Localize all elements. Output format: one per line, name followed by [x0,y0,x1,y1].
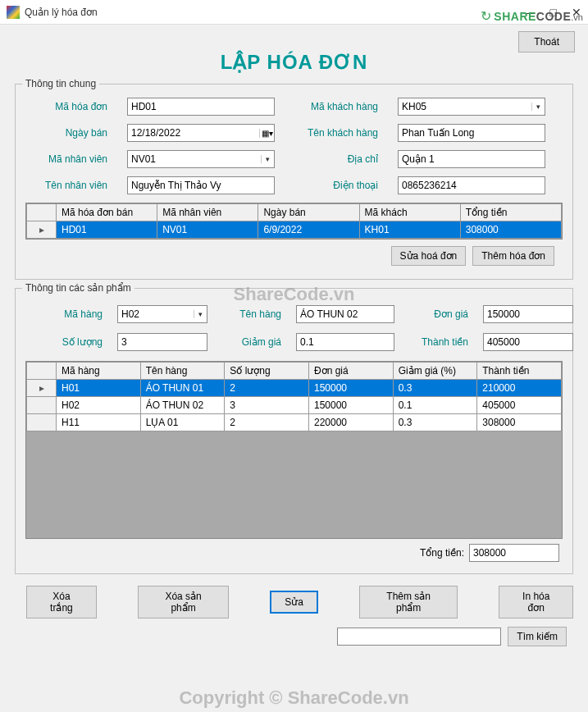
general-legend: Thông tin chung [22,78,99,89]
table-cell[interactable]: KH01 [359,221,460,239]
column-header[interactable]: Tổng tiền [460,204,561,221]
table-cell[interactable]: 308000 [477,414,562,431]
column-header[interactable]: Mã hóa đơn bán [57,204,157,221]
edit-button[interactable]: Sửa [270,591,318,614]
combo-mahang[interactable]: ▾ [117,305,207,323]
table-cell[interactable]: 0.3 [393,414,477,431]
combo-manv[interactable]: ▾ [127,150,275,168]
grid-filler [26,431,562,538]
row-indicator[interactable]: ▸ [27,221,57,239]
combo-manv-input[interactable] [128,151,261,167]
column-header[interactable]: Giảm giá (%) [393,363,477,380]
label-total: Tổng tiền: [420,547,464,559]
table-cell[interactable]: 2 [225,380,309,397]
chevron-down-icon[interactable]: ▾ [531,103,545,111]
row-indicator[interactable] [27,397,57,414]
label-tennv: Tên nhân viên [29,180,111,191]
label-tenhang: Tên hàng [219,308,285,320]
table-cell[interactable]: 0.1 [393,397,477,414]
delete-product-button[interactable]: Xóa sản phẩm [138,586,229,618]
input-soluong[interactable] [117,333,207,351]
input-tenhang[interactable] [296,305,394,323]
column-header[interactable]: Thành tiền [477,363,562,380]
table-cell[interactable]: H11 [57,414,141,431]
print-invoice-button[interactable]: In hóa đơn [499,586,573,618]
table-row[interactable]: ▸H01ÁO THUN 0121500000.3210000 [27,380,562,397]
add-product-button[interactable]: Thêm sản phẩm [359,586,458,618]
table-cell[interactable]: 150000 [308,397,393,414]
label-diachi: Địa chỉ [291,153,381,165]
table-cell[interactable]: 0.3 [393,380,477,397]
table-cell[interactable]: 2 [225,414,309,431]
label-dongia: Đơn giá [406,308,472,320]
app-icon [7,6,20,19]
label-makh: Mã khách hàng [291,101,381,112]
datepicker-ngayban[interactable]: ▦▾ [127,124,275,142]
row-indicator[interactable]: ▸ [27,380,57,397]
search-input[interactable] [337,628,501,646]
table-cell[interactable]: H02 [57,397,141,414]
add-invoice-button[interactable]: Thêm hóa đơn [472,246,554,266]
input-total[interactable] [469,544,559,562]
input-dienthoai[interactable] [398,176,545,194]
table-cell[interactable]: LỤA 01 [140,414,225,431]
input-tenkh[interactable] [398,124,545,142]
combo-makh-input[interactable] [399,98,531,115]
label-manv: Mã nhân viên [29,153,111,165]
search-row: Tìm kiếm [7,627,567,646]
input-mahd[interactable] [127,98,275,116]
calendar-icon[interactable]: ▦▾ [259,129,274,138]
table-cell[interactable]: 210000 [477,380,562,397]
bottom-button-row: Xóa trắng Xóa sản phẩm Sửa Thêm sản phẩm… [26,586,573,618]
column-header[interactable]: Mã khách [359,204,460,221]
table-cell[interactable]: 6/9/2022 [258,221,359,239]
column-header[interactable]: Đơn giá [308,363,393,380]
exit-button[interactable]: Thoát [518,31,575,52]
table-cell[interactable]: 220000 [308,414,393,431]
products-groupbox: Thông tin các sản phẩm Mã hàng ▾ Tên hàn… [15,288,573,574]
label-ngayban: Ngày bán [29,127,111,139]
table-cell[interactable]: H01 [57,380,141,397]
client-area: Thoát LẬP HÓA ĐƠN Thông tin chung Mã hóa… [0,25,588,712]
table-cell[interactable]: 308000 [460,221,561,239]
input-thanhtien[interactable] [483,333,573,351]
table-cell[interactable]: ÁO THUN 01 [140,380,225,397]
invoice-button-row: Sửa hoá đơn Thêm hóa đơn [25,246,554,266]
combo-makh[interactable]: ▾ [398,98,545,116]
combo-mahang-input[interactable] [118,306,194,322]
table-cell[interactable]: 3 [225,397,309,414]
sharecode-logo: ↻ SHARECODE.vn [481,8,583,24]
table-cell[interactable]: NV01 [157,221,258,239]
invoice-grid[interactable]: Mã hóa đơn bánMã nhân viênNgày bánMã khá… [25,203,563,240]
input-tennv[interactable] [127,176,275,194]
table-cell[interactable]: 150000 [308,380,393,397]
clear-button[interactable]: Xóa trắng [26,586,97,618]
input-dongia[interactable] [483,305,573,323]
edit-invoice-button[interactable]: Sửa hoá đơn [391,246,467,266]
watermark-copyright: Copyright © ShareCode.vn [0,687,588,709]
column-header[interactable]: Mã nhân viên [157,204,258,221]
product-grid[interactable]: Mã hàngTên hàngSố lượngĐơn giáGiảm giá (… [25,361,563,539]
column-header[interactable]: Số lượng [225,363,309,380]
table-cell[interactable]: 405000 [477,397,562,414]
column-header[interactable]: Tên hàng [140,363,225,380]
general-groupbox: Thông tin chung Mã hóa đơn Mã khách hàng… [15,84,573,280]
total-row: Tổng tiền: [25,544,559,562]
input-diachi[interactable] [398,150,545,168]
input-giamgia[interactable] [296,333,394,351]
column-header[interactable]: Mã hàng [57,363,141,380]
table-cell[interactable]: ÁO THUN 02 [140,397,225,414]
table-cell[interactable]: HD01 [57,221,157,239]
column-header[interactable]: Ngày bán [258,204,359,221]
page-title: LẬP HÓA ĐƠN [7,51,581,74]
search-button[interactable]: Tìm kiếm [508,627,567,646]
row-indicator[interactable] [27,414,57,431]
table-row[interactable]: H11LỤA 0122200000.3308000 [27,414,562,431]
chevron-down-icon[interactable]: ▾ [261,155,274,163]
chevron-down-icon[interactable]: ▾ [194,310,207,318]
table-row[interactable]: H02ÁO THUN 0231500000.1405000 [27,397,562,414]
datepicker-ngayban-input[interactable] [128,125,259,141]
label-thanhtien: Thành tiền [406,336,472,348]
general-form: Mã hóa đơn Mã khách hàng ▾ Ngày bán ▦▾ T… [25,93,563,203]
table-row[interactable]: ▸HD01NV016/9/2022KH01308000 [27,221,562,239]
